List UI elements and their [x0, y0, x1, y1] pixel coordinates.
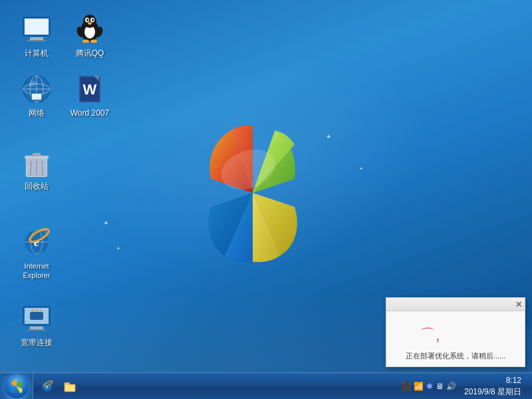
svg-text:W: W	[83, 81, 97, 98]
desktop-icon-computer[interactable]: 计算机	[10, 13, 63, 60]
desktop-icon-recycle[interactable]: 回收站	[10, 146, 63, 193]
svg-point-13	[88, 22, 92, 25]
desktop-icon-qq[interactable]: 腾讯QQ	[63, 13, 116, 60]
notification-popup: ✕ ⌒, 正在部署优化系统，请稍后......	[386, 297, 525, 367]
taskbar-ie-button[interactable]: e	[37, 376, 57, 396]
clock[interactable]: 8:12 2019/9/8 星期日	[459, 375, 527, 398]
popup-close-button[interactable]: ✕	[515, 300, 522, 309]
clock-date: 2019/9/8 星期日	[464, 386, 521, 398]
popup-decoration: ⌒,	[420, 325, 440, 346]
svg-point-16	[82, 40, 89, 43]
tray-icon-display[interactable]: 🖥	[436, 382, 444, 391]
svg-rect-54	[65, 382, 70, 384]
tray-icon-network[interactable]: 📶	[414, 382, 424, 391]
sparkle: ✦	[116, 246, 120, 251]
popup-header: ✕	[386, 298, 525, 311]
svg-rect-3	[30, 37, 43, 40]
icon-broadband-label: 宽带连接	[10, 337, 63, 349]
icon-word-label: Word 2007	[63, 108, 116, 120]
svg-point-11	[86, 19, 88, 21]
icon-qq-label: 腾讯QQ	[63, 48, 116, 60]
svg-rect-44	[30, 312, 43, 320]
taskbar: e ⬛ 📶 ✱ 🖥 🔊 8:12 2019/	[0, 372, 532, 399]
desktop: ✦ ✦ ✦ ✦	[0, 0, 532, 399]
svg-rect-49	[27, 329, 46, 331]
desktop-icon-word[interactable]: W Word 2007	[63, 73, 116, 120]
taskbar-quicklaunch: e	[33, 373, 84, 400]
tray-icon-minimize[interactable]: ⬛	[401, 382, 411, 391]
svg-point-17	[90, 40, 97, 43]
svg-rect-48	[30, 327, 43, 329]
icon-network-label: 网络	[10, 108, 63, 120]
taskbar-explorer-button[interactable]	[60, 376, 80, 396]
icon-recycle-label: 回收站	[10, 181, 63, 193]
start-orb	[5, 374, 29, 398]
system-tray: ⬛ 📶 ✱ 🖥 🔊 8:12 2019/9/8 星期日	[396, 373, 532, 400]
sparkle: ✦	[103, 219, 108, 227]
start-button[interactable]	[0, 373, 33, 400]
svg-rect-4	[27, 40, 46, 41]
svg-rect-55	[65, 384, 75, 391]
tray-icon-volume[interactable]: 🔊	[446, 382, 456, 391]
windows-logo	[160, 100, 346, 286]
popup-content: ⌒, 正在部署优化系统，请稍后......	[386, 311, 525, 366]
svg-rect-33	[33, 153, 41, 156]
svg-line-36	[42, 161, 43, 176]
popup-message: 正在部署优化系统，请稍后......	[386, 351, 525, 361]
desktop-icon-ie[interactable]: e InternetExplorer	[10, 226, 63, 281]
svg-point-12	[92, 19, 94, 21]
tray-icon-bluetooth[interactable]: ✱	[426, 382, 433, 391]
svg-rect-25	[32, 94, 41, 99]
sparkle: ✦	[359, 166, 363, 172]
icon-ie-label: InternetExplorer	[10, 261, 63, 281]
desktop-icon-broadband[interactable]: 宽带连接	[10, 303, 63, 349]
svg-point-8	[83, 15, 96, 28]
desktop-icon-network[interactable]: 网络	[10, 73, 63, 120]
svg-line-34	[31, 161, 31, 176]
icon-computer-label: 计算机	[10, 48, 63, 60]
clock-time: 8:12	[464, 375, 521, 386]
